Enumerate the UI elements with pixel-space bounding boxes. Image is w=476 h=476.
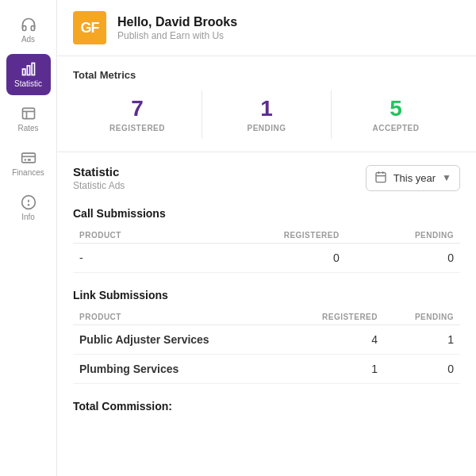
- link-submissions-section: Link Submissions PRODUCT REGISTERED PEND…: [73, 289, 460, 384]
- link-col-pending: PENDING: [384, 309, 460, 325]
- call-col-product: PRODUCT: [73, 228, 194, 244]
- svg-rect-2: [32, 63, 34, 75]
- cell-product: Public Adjuster Services: [73, 324, 283, 354]
- table-row: Plumbing Services 1 0: [73, 354, 460, 383]
- link-col-product: PRODUCT: [73, 309, 283, 325]
- sidebar-item-rates-label: Rates: [17, 124, 38, 132]
- metric-pending-value: 1: [260, 97, 273, 121]
- statistic-header: Statistic Statistic Ads This year ▼: [73, 165, 460, 191]
- greeting: Hello, David Brooks: [117, 15, 237, 29]
- metric-registered-label: REGISTERED: [109, 124, 165, 132]
- ads-icon: [21, 17, 36, 33]
- sidebar-item-ads-label: Ads: [21, 35, 35, 44]
- call-col-registered: REGISTERED: [194, 228, 346, 244]
- metric-accepted-label: ACCEPTED: [372, 124, 419, 132]
- metric-accepted-value: 5: [390, 97, 402, 121]
- metrics-section: Total Metrics 7 REGISTERED 1 PENDING 5 A…: [57, 56, 476, 152]
- metric-registered: 7 REGISTERED: [73, 90, 202, 139]
- calendar-icon: [374, 171, 387, 186]
- sidebar-item-statistic[interactable]: Statistic: [6, 54, 51, 95]
- svg-rect-13: [376, 172, 386, 182]
- metrics-row: 7 REGISTERED 1 PENDING 5 ACCEPTED: [73, 90, 460, 139]
- logo: GF: [73, 11, 106, 44]
- call-submissions-table: PRODUCT REGISTERED PENDING - 0 0: [73, 228, 460, 273]
- call-col-pending: PENDING: [346, 228, 460, 244]
- link-submissions-title: Link Submissions: [73, 289, 460, 301]
- sidebar-item-ads[interactable]: Ads: [6, 10, 51, 51]
- sidebar-item-rates[interactable]: Rates: [6, 98, 51, 140]
- app-container: Ads Statistic Rates: [0, 0, 476, 476]
- svg-rect-1: [27, 66, 29, 75]
- content-area: Statistic Statistic Ads This year ▼: [57, 152, 476, 476]
- header-subtitle: Publish and Earn with Us: [117, 30, 237, 41]
- sidebar-item-finances[interactable]: Finances: [6, 143, 51, 184]
- metric-accepted: 5 ACCEPTED: [332, 90, 460, 139]
- cell-registered: 4: [283, 324, 384, 354]
- cell-registered: 1: [283, 354, 384, 383]
- table-row: - 0 0: [73, 243, 460, 272]
- metric-pending-label: PENDING: [247, 124, 286, 132]
- call-submissions-section: Call Submissions PRODUCT REGISTERED PEND…: [73, 207, 460, 273]
- sidebar-item-info[interactable]: Info: [6, 187, 51, 228]
- cell-registered: 0: [194, 243, 346, 272]
- info-icon: [21, 194, 36, 210]
- stat-subtitle: Statistic Ads: [73, 180, 125, 191]
- sidebar-item-info-label: Info: [21, 213, 35, 221]
- metrics-title: Total Metrics: [73, 69, 460, 81]
- sidebar-item-finances-label: Finances: [12, 168, 44, 177]
- metric-registered-value: 7: [131, 97, 144, 121]
- cell-product: -: [73, 243, 194, 272]
- date-filter-dropdown[interactable]: This year ▼: [366, 165, 460, 191]
- svg-rect-6: [21, 153, 35, 163]
- call-submissions-header-row: PRODUCT REGISTERED PENDING: [73, 228, 460, 244]
- sidebar: Ads Statistic Rates: [0, 0, 57, 476]
- total-commission: Total Commission:: [73, 400, 460, 413]
- rates-icon: [21, 106, 36, 121]
- metric-pending: 1 PENDING: [202, 90, 332, 139]
- cell-product: Plumbing Services: [73, 354, 283, 383]
- main-content: GF Hello, David Brooks Publish and Earn …: [57, 0, 476, 476]
- link-submissions-table: PRODUCT REGISTERED PENDING Public Adjust…: [73, 309, 460, 384]
- header: GF Hello, David Brooks Publish and Earn …: [57, 0, 476, 56]
- cell-pending: 0: [346, 243, 460, 272]
- table-row: Public Adjuster Services 4 1: [73, 324, 460, 354]
- finances-icon: [21, 150, 36, 166]
- statistic-icon: [21, 61, 36, 77]
- svg-rect-0: [22, 69, 25, 75]
- stat-title: Statistic: [73, 165, 125, 178]
- link-submissions-header-row: PRODUCT REGISTERED PENDING: [73, 309, 460, 325]
- link-col-registered: REGISTERED: [283, 309, 384, 325]
- cell-pending: 0: [384, 354, 460, 383]
- cell-pending: 1: [384, 324, 460, 354]
- svg-rect-3: [22, 108, 34, 118]
- statistic-header-left: Statistic Statistic Ads: [73, 165, 125, 191]
- sidebar-item-statistic-label: Statistic: [14, 79, 42, 88]
- chevron-down-icon: ▼: [442, 172, 451, 183]
- call-submissions-title: Call Submissions: [73, 207, 460, 220]
- header-text: Hello, David Brooks Publish and Earn wit…: [117, 15, 237, 41]
- date-filter-label: This year: [393, 172, 436, 184]
